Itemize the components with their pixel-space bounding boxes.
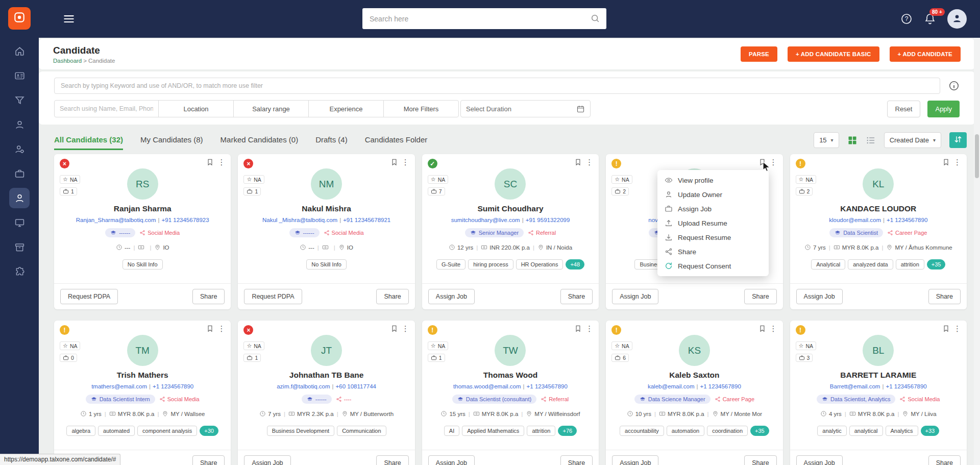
info-icon[interactable] xyxy=(948,80,960,91)
candidate-phone[interactable]: +91 12345678923 xyxy=(162,217,209,223)
menu-item-assign-job[interactable]: Assign Job xyxy=(657,202,769,216)
menu-item-request-resume[interactable]: Request Resume xyxy=(657,230,769,244)
card-menu-button[interactable]: ⋮ xyxy=(769,158,778,166)
filter-more-filters-button[interactable]: More Filters xyxy=(383,100,459,117)
card-menu-button[interactable]: ⋮ xyxy=(584,325,594,332)
more-skills-badge[interactable]: +33 xyxy=(921,426,940,436)
menu-item-view-profile[interactable]: View profile xyxy=(657,173,769,187)
sort-direction-button[interactable] xyxy=(949,132,967,148)
card-menu-button[interactable]: ⋮ xyxy=(216,158,226,166)
card-primary-action-button[interactable]: Assign Job xyxy=(244,455,290,465)
candidate-email[interactable]: sumitchoudhary@live.com xyxy=(451,217,520,223)
candidate-phone[interactable]: +60 108117744 xyxy=(336,383,376,389)
candidate-phone[interactable]: +1 1234567890 xyxy=(886,383,926,389)
candidate-name[interactable]: Kaleb Saxton xyxy=(612,371,776,380)
tab-all-candidates[interactable]: All Candidates (32) xyxy=(54,135,123,150)
filter-location-button[interactable]: Location xyxy=(158,100,234,117)
sidebar-toggle-button[interactable] xyxy=(62,12,76,26)
bookmark-icon[interactable] xyxy=(574,158,582,166)
card-menu-button[interactable]: ⋮ xyxy=(584,158,594,166)
candidate-name[interactable]: Sumit Choudhary xyxy=(428,204,593,213)
menu-item-request-consent[interactable]: Request Consent xyxy=(657,259,769,273)
candidate-name[interactable]: Johnathan TB Bane xyxy=(244,371,408,380)
more-skills-badge[interactable]: +30 xyxy=(200,426,218,436)
sidebar-item-employees[interactable] xyxy=(9,65,30,86)
keyword-search-input[interactable] xyxy=(54,78,940,94)
name-email-phone-input[interactable] xyxy=(54,100,159,117)
card-menu-button[interactable]: ⋮ xyxy=(769,325,778,332)
page-size-select[interactable]: 15▾ xyxy=(814,132,839,148)
parse-button[interactable]: PARSE xyxy=(741,46,777,62)
bookmark-icon[interactable] xyxy=(942,325,950,332)
bookmark-icon[interactable] xyxy=(942,158,950,166)
card-menu-button[interactable]: ⋮ xyxy=(401,325,410,332)
sort-field-select[interactable]: Created Date▾ xyxy=(884,132,941,148)
card-share-button[interactable]: Share xyxy=(376,455,408,465)
card-menu-button[interactable]: ⋮ xyxy=(952,325,962,332)
filter-salary-range-button[interactable]: Salary range xyxy=(233,100,309,117)
candidate-phone[interactable]: +91 12345678921 xyxy=(343,217,390,223)
sidebar-item-candidates[interactable] xyxy=(9,188,30,208)
more-skills-badge[interactable]: +48 xyxy=(566,259,584,270)
menu-item-update-owner[interactable]: Update Owner xyxy=(657,187,769,202)
menu-item-share[interactable]: Share xyxy=(657,244,769,259)
bookmark-icon[interactable] xyxy=(574,325,582,332)
card-menu-button[interactable]: ⋮ xyxy=(216,325,226,332)
sidebar-item-jobs[interactable] xyxy=(9,163,30,184)
bookmark-icon[interactable] xyxy=(758,325,766,332)
user-avatar-button[interactable] xyxy=(947,9,967,29)
candidate-phone[interactable]: +1 1234567890 xyxy=(527,383,568,389)
tab-marked-candidates[interactable]: Marked Candidates (0) xyxy=(220,135,299,150)
card-share-button[interactable]: Share xyxy=(928,455,961,465)
candidate-email[interactable]: kaleb@email.com xyxy=(648,383,695,389)
more-skills-badge[interactable]: +35 xyxy=(750,426,769,436)
card-primary-action-button[interactable]: Assign Job xyxy=(796,455,843,465)
duration-input[interactable]: Select Duration xyxy=(460,100,591,117)
grid-view-button[interactable] xyxy=(847,135,857,145)
add-candidate-basic-button[interactable]: + ADD CANDIDATE BASIC xyxy=(788,46,879,62)
card-share-button[interactable]: Share xyxy=(192,289,225,304)
global-search-input[interactable] xyxy=(362,8,606,29)
candidate-email[interactable]: tmathers@email.com xyxy=(91,383,147,389)
bookmark-icon[interactable] xyxy=(390,158,398,166)
more-skills-badge[interactable]: +35 xyxy=(927,259,946,270)
breadcrumb-dashboard-link[interactable]: Dashboard xyxy=(53,58,82,64)
candidate-name[interactable]: Trish Mathers xyxy=(60,371,225,380)
sidebar-item-modules[interactable] xyxy=(9,261,30,282)
sidebar-item-archive[interactable] xyxy=(9,237,30,257)
more-skills-badge[interactable]: +76 xyxy=(558,426,577,436)
sidebar-item-user-settings[interactable] xyxy=(9,139,30,159)
add-candidate-button[interactable]: + ADD CANDIDATE xyxy=(890,46,961,62)
candidate-email[interactable]: thomas.wood@email.com xyxy=(453,383,521,389)
card-primary-action-button[interactable]: Assign Job xyxy=(428,289,475,304)
tab-my-candidates[interactable]: My Candidates (8) xyxy=(140,135,203,150)
card-primary-action-button[interactable]: Assign Job xyxy=(612,289,658,304)
card-share-button[interactable]: Share xyxy=(744,455,776,465)
candidate-name[interactable]: Nakul Mishra xyxy=(244,204,408,213)
candidate-name[interactable]: Thomas Wood xyxy=(428,371,593,380)
list-view-button[interactable] xyxy=(866,135,876,145)
notifications-button[interactable]: 80 + xyxy=(924,13,936,25)
candidate-email[interactable]: Ranjan_Sharma@talbotiq.com xyxy=(76,217,156,223)
candidate-email[interactable]: azim.f@talbotiq.com xyxy=(277,383,330,389)
card-share-button[interactable]: Share xyxy=(560,455,593,465)
candidate-phone[interactable]: +91 9591322099 xyxy=(526,217,570,223)
card-share-button[interactable]: Share xyxy=(744,289,776,304)
reset-button[interactable]: Reset xyxy=(887,101,921,117)
candidate-name[interactable]: Ranjan Sharma xyxy=(60,204,225,213)
card-menu-button[interactable]: ⋮ xyxy=(401,158,410,166)
app-logo[interactable] xyxy=(8,7,31,30)
candidate-email[interactable]: kloudor@email.com xyxy=(829,217,881,223)
tab-candidates-folder[interactable]: Candidates Folder xyxy=(365,135,428,150)
apply-button[interactable]: Apply xyxy=(927,101,960,117)
candidate-phone[interactable]: +1 1234567890 xyxy=(153,383,193,389)
card-primary-action-button[interactable]: Assign Job xyxy=(428,455,475,465)
bookmark-icon[interactable] xyxy=(206,158,214,166)
sidebar-item-workspace[interactable] xyxy=(9,212,30,233)
card-share-button[interactable]: Share xyxy=(192,455,225,465)
candidate-phone[interactable]: +1 1234567890 xyxy=(887,217,927,223)
card-primary-action-button[interactable]: Assign Job xyxy=(612,455,658,465)
tab-drafts[interactable]: Drafts (4) xyxy=(315,135,348,150)
sidebar-item-home[interactable] xyxy=(9,41,30,61)
help-button[interactable]: ? xyxy=(900,13,913,25)
